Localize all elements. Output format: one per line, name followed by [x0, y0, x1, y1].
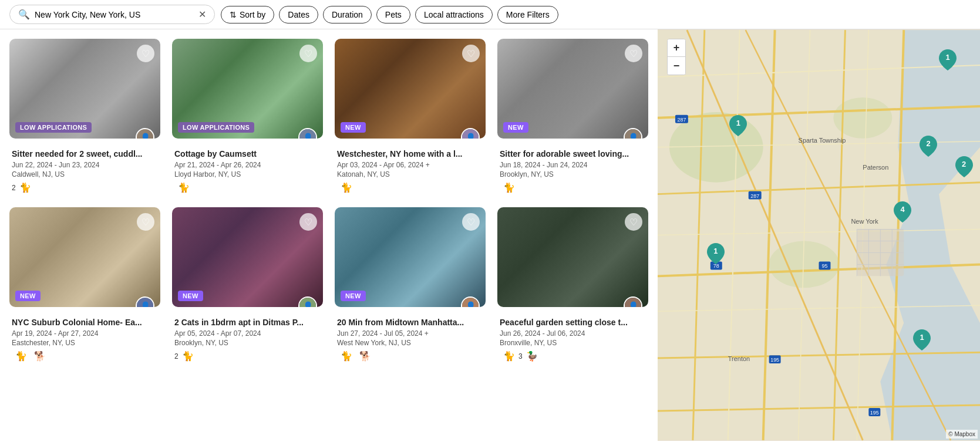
listing-card[interactable]: ♡LOW APPLICATIONS👤Sitter needed for 2 sw… [9, 39, 160, 195]
filter-sort-by-button[interactable]: ⇅Sort by [221, 6, 274, 23]
listing-badge: LOW APPLICATIONS [178, 122, 254, 133]
svg-text:Trenton: Trenton [728, 355, 750, 362]
filter-more-filters-button[interactable]: More Filters [497, 6, 558, 23]
listing-pets: 🐈 [337, 182, 483, 193]
svg-text:95: 95 [821, 263, 827, 269]
filter-pets-button[interactable]: Pets [376, 6, 410, 23]
filter-bar: ⇅Sort byDatesDurationPetsLocal attractio… [221, 6, 558, 23]
top-bar: 🔍 ✕ ⇅Sort byDatesDurationPetsLocal attra… [0, 0, 980, 29]
listing-card[interactable]: ♡NEW👤NYC Suburb Colonial Home- Ea...Apr … [9, 207, 160, 364]
listing-title: 20 Min from Midtown Manhatta... [337, 318, 483, 327]
listing-info: Sitter needed for 2 sweet, cuddl...Jun 2… [9, 139, 160, 195]
zoom-out-button[interactable]: − [668, 57, 685, 75]
listing-dates: Jun 26, 2024 - Jul 06, 2024 [500, 329, 646, 338]
map-marker-1[interactable]: 1 [939, 49, 957, 70]
listing-pets: 🐈🐕 [337, 350, 483, 362]
filter-more-filters-label: More Filters [506, 10, 550, 19]
listing-location: Brooklyn, NY, US [500, 170, 646, 178]
filter-dates-button[interactable]: Dates [279, 6, 318, 23]
listing-pets: 2 🐈 [174, 350, 321, 362]
listing-location: West New York, NJ, US [337, 339, 483, 347]
cat-icon: 🐈 [341, 182, 352, 193]
listing-badge: NEW [178, 291, 203, 301]
listing-pets: 🐈🐕 [12, 350, 158, 362]
map-background: Sparta Township Paterson New York Trento… [658, 29, 980, 441]
map-marker-7[interactable]: 1 [913, 329, 931, 350]
svg-text:287: 287 [677, 117, 686, 123]
favorite-button[interactable]: ♡ [299, 45, 317, 62]
listing-card[interactable]: ♡NEW👤Sitter for adorable sweet loving...… [497, 39, 648, 195]
svg-text:Paterson: Paterson [863, 164, 888, 171]
listing-badge: NEW [341, 122, 366, 133]
listing-image-container: ♡NEW👤 [335, 39, 486, 139]
map-marker-6[interactable]: 1 [707, 243, 725, 264]
favorite-button[interactable]: ♡ [299, 213, 317, 231]
listing-image-container: ♡NEW👤 [172, 207, 323, 307]
listing-card[interactable]: ♡NEW👤20 Min from Midtown Manhatta...Jun … [335, 207, 486, 364]
listing-dates: Apr 05, 2024 - Apr 07, 2024 [174, 329, 321, 338]
map-marker-2[interactable]: 1 [729, 115, 747, 136]
listing-card[interactable]: ♡LOW APPLICATIONS👤Cottage by CaumsettApr… [172, 39, 323, 195]
listing-title: Sitter for adorable sweet loving... [500, 149, 646, 159]
dog-icon: 🐕 [359, 350, 371, 362]
svg-text:195: 195 [770, 357, 779, 363]
duck-icon: 🦆 [526, 350, 538, 362]
favorite-button[interactable]: ♡ [137, 213, 154, 231]
favorite-button[interactable]: ♡ [462, 213, 480, 231]
listing-badge: NEW [503, 122, 528, 133]
filter-sort-by-label: Sort by [240, 10, 265, 19]
listing-pets: 🐈 [174, 182, 321, 193]
filter-duration-label: Duration [332, 10, 363, 19]
map-marker-5[interactable]: 4 [894, 201, 911, 222]
favorite-button[interactable]: ♡ [462, 45, 480, 62]
listing-badge: LOW APPLICATIONS [15, 122, 92, 133]
listing-location: Katonah, NY, US [337, 170, 483, 178]
listing-card[interactable]: ♡👤Peaceful garden setting close t...Jun … [497, 207, 648, 364]
filter-local-attractions-label: Local attractions [424, 10, 484, 19]
favorite-button[interactable]: ♡ [625, 213, 642, 231]
pet-count-cat: 2 [12, 184, 16, 192]
listings-grid: ♡LOW APPLICATIONS👤Sitter needed for 2 sw… [9, 39, 648, 364]
listing-image-container: ♡👤 [497, 207, 648, 307]
listing-info: 20 Min from Midtown Manhatta...Jun 27, 2… [335, 307, 486, 364]
map-controls: + − [667, 39, 686, 75]
favorite-button[interactable]: ♡ [625, 45, 642, 62]
pet-count-duck: 3 [518, 352, 523, 360]
listing-image-container: ♡LOW APPLICATIONS👤 [172, 39, 323, 139]
search-input[interactable] [35, 10, 194, 19]
filter-duration-button[interactable]: Duration [323, 6, 372, 23]
listing-info: Peaceful garden setting close t...Jun 26… [497, 307, 648, 364]
listing-dates: Apr 03, 2024 - Apr 06, 2024 + [337, 161, 483, 169]
map-marker-4[interactable]: 2 [955, 156, 973, 177]
listing-card[interactable]: ♡NEW👤Westchester, NY home with a l...Apr… [335, 39, 486, 195]
listing-dates: Jun 27, 2024 - Jul 05, 2024 + [337, 329, 483, 338]
favorite-button[interactable]: ♡ [137, 45, 154, 62]
listing-location: Caldwell, NJ, US [12, 170, 158, 178]
listing-info: Sitter for adorable sweet loving...Jun 1… [497, 139, 648, 195]
listing-location: Eastchester, NY, US [12, 339, 158, 347]
cat-icon: 🐈 [182, 350, 194, 362]
listing-location: Brooklyn, NY, US [174, 339, 321, 347]
clear-search-button[interactable]: ✕ [198, 9, 206, 20]
listing-pets: 2 🐈 [12, 182, 158, 193]
map-marker-3[interactable]: 2 [920, 136, 937, 157]
listing-info: Westchester, NY home with a l...Apr 03, … [335, 139, 486, 195]
cat-icon: 🐈 [503, 182, 515, 193]
search-icon: 🔍 [18, 9, 30, 20]
svg-text:New York: New York [851, 218, 878, 225]
filter-pets-label: Pets [385, 10, 402, 19]
listing-card[interactable]: ♡NEW👤2 Cats in 1bdrm apt in Ditmas P...A… [172, 207, 323, 364]
listing-dates: Jun 18, 2024 - Jun 24, 2024 [500, 161, 646, 169]
cat-icon: 🐈 [15, 350, 27, 362]
filter-local-attractions-button[interactable]: Local attractions [415, 6, 493, 23]
main-layout: ♡LOW APPLICATIONS👤Sitter needed for 2 sw… [0, 29, 980, 441]
listing-pets: 🐈3 🦆 [500, 350, 646, 362]
listing-title: Cottage by Caumsett [174, 149, 321, 159]
listings-panel: ♡LOW APPLICATIONS👤Sitter needed for 2 sw… [0, 29, 658, 441]
listing-title: Peaceful garden setting close t... [500, 318, 646, 327]
svg-text:78: 78 [713, 263, 719, 269]
listing-dates: Apr 19, 2024 - Apr 27, 2024 [12, 329, 158, 338]
zoom-in-button[interactable]: + [668, 39, 685, 57]
listing-title: Sitter needed for 2 sweet, cuddl... [12, 149, 158, 159]
listing-title: NYC Suburb Colonial Home- Ea... [12, 318, 158, 327]
